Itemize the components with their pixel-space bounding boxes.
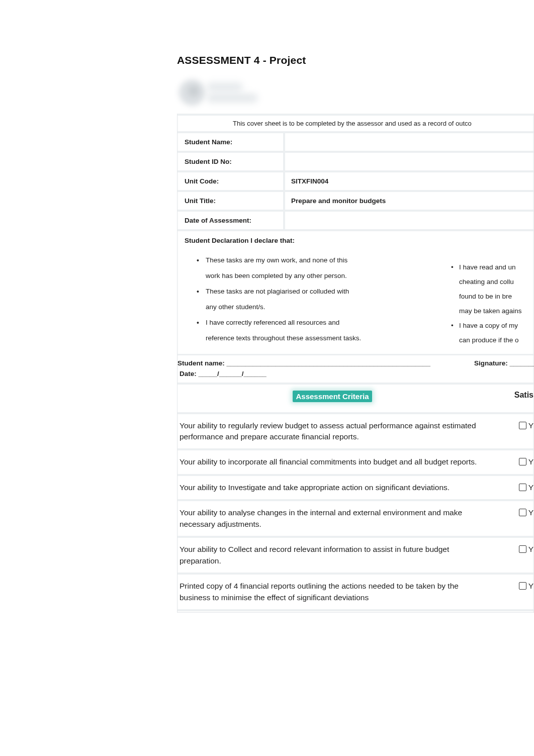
student-name-sign[interactable]: Student name: __________________________… [177,359,474,367]
criteria-check[interactable]: Y [481,501,533,536]
label-unit-title: Unit Title: [177,192,283,210]
label-date-assessment: Date of Assessment: [177,212,283,229]
decl-right-line: may be taken agains [451,306,526,317]
check-label: Y [528,582,533,590]
criteria-check[interactable]: Y [481,414,533,449]
row-unit-code: Unit Code: SITXFIN004 [177,170,533,190]
criteria-text: Your ability to analyse changes in the i… [177,501,481,536]
declaration-left-col: These tasks are my own work, and none of… [185,250,451,350]
check-label: Y [528,508,533,517]
check-label: Y [528,421,533,430]
logo-image [177,75,262,111]
criteria-row: Your ability to Investigate and take app… [177,474,533,499]
decl-right-item: I have read and un [451,262,526,273]
checkbox-icon[interactable] [519,582,526,590]
criteria-text: Your ability to Investigate and take app… [177,476,481,499]
criteria-text: Your ability to Collect and record relev… [177,538,481,573]
criteria-row: Your ability to analyse changes in the i… [177,499,533,536]
criteria-row: Printed copy of 4 financial reports outl… [177,573,533,609]
declaration-heading: Student Declaration I declare that: [185,237,295,244]
label-student-name: Student Name: [177,133,283,151]
table-bottom-edge [177,609,533,612]
label-unit-code: Unit Code: [177,172,283,190]
value-student-name[interactable] [283,133,533,151]
declaration-heading-row: Student Declaration I declare that: [177,229,533,247]
checkbox-icon[interactable] [519,458,526,465]
criteria-text: Your ability to incorporate all financia… [177,450,481,474]
checkbox-icon[interactable] [519,545,526,553]
check-label: Y [528,545,533,553]
decl-text-cont: reference texts throughout these assessm… [206,333,451,344]
cover-note: This cover sheet is to be completed by t… [177,114,533,131]
decl-text-cont: any other student/s. [206,302,451,313]
date-field[interactable]: Date: _____/______/______ [177,369,533,383]
decl-text: These tasks are my own work, and none of… [206,256,347,264]
criteria-text: Printed copy of 4 financial reports outl… [177,575,481,609]
decl-right-line: can produce if the o [451,335,526,346]
declaration-body: These tasks are my own work, and none of… [177,247,533,354]
value-unit-title: Prepare and monitor budgets [283,192,533,210]
value-unit-code: SITXFIN004 [283,172,533,190]
check-label: Y [528,483,533,492]
criteria-text: Your ability to regularly review budget … [177,414,481,449]
decl-right-item: I have a copy of my [451,321,526,331]
decl-item: These tasks are my own work, and none of… [185,255,451,281]
row-student-id: Student ID No: [177,151,533,170]
value-student-id[interactable] [283,153,533,170]
checkbox-icon[interactable] [519,484,526,491]
declaration-right-col: I have read and un cheating and collu fo… [451,250,526,350]
criteria-header: Assessment Criteria Satis [177,383,533,412]
value-date-assessment[interactable] [283,212,533,229]
check-label: Y [528,457,533,466]
criteria-check[interactable]: Y [481,450,533,474]
decl-right-line: cheating and collu [451,277,526,288]
decl-text-cont: work has been completed by any other per… [206,271,451,281]
decl-text: I have correctly referenced all resource… [206,319,339,326]
decl-item: These tasks are not plagiarised or collu… [185,287,451,313]
criteria-row: Your ability to incorporate all financia… [177,448,533,474]
criteria-satisfactory-header: Satis [487,385,533,412]
row-unit-title: Unit Title: Prepare and monitor budgets [177,190,533,210]
checkbox-icon[interactable] [519,422,526,429]
criteria-check[interactable]: Y [481,575,533,609]
criteria-check[interactable]: Y [481,476,533,499]
criteria-row: Your ability to regularly review budget … [177,412,533,449]
signature-row: Student name: __________________________… [177,354,533,369]
decl-right-line: found to be in bre [451,292,526,302]
page-title: ASSESSMENT 4 - Project [177,54,534,66]
row-student-name: Student Name: [177,131,533,151]
criteria-title: Assessment Criteria [293,391,372,402]
criteria-row: Your ability to Collect and record relev… [177,536,533,573]
cover-sheet: This cover sheet is to be completed by t… [177,114,534,613]
checkbox-icon[interactable] [519,509,526,516]
assessment-page: ASSESSMENT 4 - Project This cover sheet … [177,54,534,613]
signature-field[interactable]: Signature: ________________ [474,359,534,367]
label-student-id: Student ID No: [177,153,283,170]
decl-text: These tasks are not plagiarised or collu… [206,288,349,295]
row-date-assessment: Date of Assessment: [177,210,533,229]
criteria-check[interactable]: Y [481,538,533,573]
decl-item: I have correctly referenced all resource… [185,318,451,344]
